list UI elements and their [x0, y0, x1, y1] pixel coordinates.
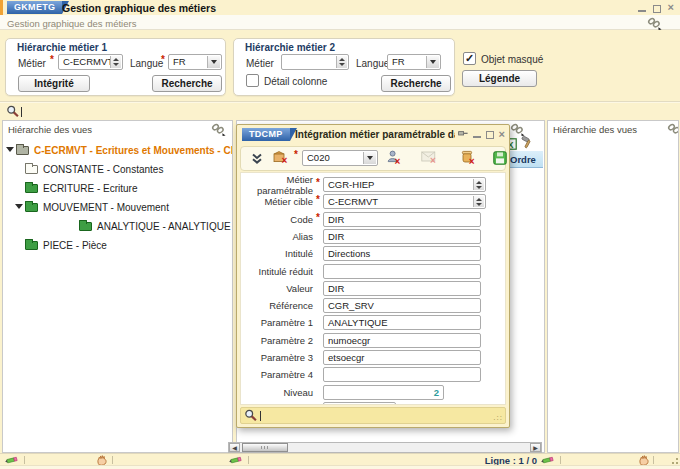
- purge-icon[interactable]: ×: [461, 150, 476, 167]
- recherche2-button[interactable]: Recherche: [381, 75, 451, 92]
- user-delete-icon[interactable]: ×: [387, 150, 402, 167]
- resize-grip[interactable]: .::: [493, 413, 503, 422]
- collapse-all-icon[interactable]: [251, 153, 263, 167]
- window-resize-grip[interactable]: [669, 455, 678, 464]
- separator: [24, 456, 25, 464]
- window-code-tab[interactable]: GKMETG: [7, 1, 62, 14]
- field-input-param-tre-1[interactable]: ANALYTIQUE: [323, 315, 481, 330]
- middle-search-strip[interactable]: [236, 104, 545, 120]
- field-input-m-tier-param-trable[interactable]: CGR-HIEP: [323, 177, 486, 192]
- minimize-icon[interactable]: [473, 136, 481, 138]
- svg-text:×: ×: [395, 156, 401, 165]
- metier1-combo[interactable]: C-ECRMVT: [58, 54, 123, 70]
- ordre-column-header[interactable]: Ordre: [510, 154, 536, 165]
- metier2-combo[interactable]: [281, 54, 349, 70]
- field-input-param-tre-2[interactable]: numoecgr: [323, 333, 481, 348]
- horizontal-scrollbar[interactable]: ◀ ▶: [228, 442, 542, 453]
- spinner-icon[interactable]: [473, 179, 484, 190]
- field-label: Paramètre 1: [241, 317, 313, 328]
- save-icon[interactable]: [493, 151, 507, 167]
- right-panel: Hiérarchie des vues: [547, 104, 679, 453]
- separator: [653, 456, 654, 464]
- search-icon[interactable]: [6, 105, 19, 118]
- link-icon[interactable]: [667, 123, 679, 136]
- view-tree: C-ECRMVT - Ecritures et Mouvements - Cli…: [3, 141, 232, 452]
- search-icon[interactable]: [244, 409, 257, 422]
- form-row: Produit: [241, 401, 505, 405]
- close-icon[interactable]: ×: [499, 129, 505, 140]
- spinner-icon[interactable]: [110, 56, 121, 68]
- spinner-icon[interactable]: [383, 404, 394, 405]
- field-input-r-f-rence[interactable]: CGR_SRV: [323, 298, 481, 313]
- metier1-label: Métier: [18, 58, 46, 69]
- tree-item[interactable]: C-ECRMVT - Ecritures et Mouvements - Cli…: [3, 141, 232, 160]
- field-input-niveau[interactable]: 2: [323, 385, 444, 400]
- field-input-param-tre-4[interactable]: [323, 367, 481, 382]
- field-input-intitul-r-duit[interactable]: [323, 264, 481, 279]
- svg-text:×: ×: [281, 155, 287, 165]
- expand-arrow-icon[interactable]: [6, 147, 14, 152]
- field-input-m-tier-cible[interactable]: C-ECRMVT: [323, 194, 486, 209]
- detail-colonne-checkbox[interactable]: [246, 74, 259, 87]
- link-icon[interactable]: [647, 17, 662, 30]
- link-menu[interactable]: [647, 17, 662, 32]
- spinner-icon[interactable]: [336, 56, 347, 68]
- tree-item[interactable]: ECRITURE - Ecriture: [3, 179, 232, 198]
- integrite-button[interactable]: Intégrité: [18, 75, 90, 92]
- langue2-select[interactable]: FR: [387, 54, 441, 70]
- minimize-icon[interactable]: [638, 10, 646, 12]
- tree-item[interactable]: ANALYTIQUE - ANALYTIQUE: [3, 217, 232, 236]
- scroll-left-icon[interactable]: ◀: [229, 443, 240, 452]
- required-asterisk: *: [313, 177, 323, 188]
- left-search-strip[interactable]: [2, 104, 233, 120]
- text-cursor: [21, 107, 22, 117]
- recherche1-button[interactable]: Recherche: [152, 75, 222, 92]
- link-icon[interactable]: [211, 123, 226, 136]
- form-row: Niveau2: [241, 384, 505, 401]
- form-row: RéférenceCGR_SRV: [241, 297, 505, 314]
- link-icon[interactable]: [510, 123, 525, 136]
- breadcrumb: Gestion graphique des métiers: [7, 18, 136, 29]
- langue1-select[interactable]: FR: [168, 54, 222, 70]
- form-row: Métier paramétrable*CGR-HIEP: [241, 176, 505, 193]
- form-row: Paramètre 4: [241, 366, 505, 383]
- dialog-title-bar[interactable]: TDCMP Intégration métier paramétrable da…: [237, 125, 509, 145]
- chevron-down-icon[interactable]: [426, 56, 439, 68]
- tree-item[interactable]: MOUVEMENT - Mouvement: [3, 198, 232, 217]
- legende-button[interactable]: Légende: [462, 70, 537, 87]
- dialog-code-tab[interactable]: TDCMP: [242, 128, 290, 141]
- form-row: Métier cible*C-ECRMVT: [241, 193, 505, 210]
- field-input-param-tre-3[interactable]: etsoecgr: [323, 350, 481, 365]
- field-input-code[interactable]: DIR: [323, 212, 481, 227]
- tree-item[interactable]: CONSTANTE - Constantes: [3, 160, 232, 179]
- field-input-alias[interactable]: DIR: [323, 229, 481, 244]
- spinner-icon[interactable]: [473, 196, 484, 207]
- right-search-strip[interactable]: [547, 104, 679, 120]
- left-panel: Hiérarchie des vues C-ECRMVT - Ecritures…: [2, 104, 233, 453]
- field-input-valeur[interactable]: DIR: [323, 281, 481, 296]
- field-input-intitul-[interactable]: Directions: [323, 246, 481, 261]
- window-bottom-edge: [0, 465, 680, 469]
- close-icon[interactable]: ×: [668, 2, 674, 13]
- expand-arrow-icon[interactable]: [15, 204, 23, 209]
- pin-icon[interactable]: [458, 129, 468, 140]
- field-label: Métier paramétrable: [241, 174, 313, 196]
- field-label: Produit: [241, 404, 313, 405]
- chevron-down-icon[interactable]: [363, 152, 376, 164]
- scroll-right-icon[interactable]: ▶: [530, 443, 541, 452]
- field-input-produit[interactable]: [323, 402, 396, 405]
- edit-pencil-icon: [4, 454, 18, 465]
- chevron-down-icon[interactable]: [207, 56, 220, 68]
- objet-masque-checkbox[interactable]: ✓: [463, 52, 476, 65]
- tools-icon[interactable]: [521, 136, 534, 152]
- maximize-icon[interactable]: [486, 131, 494, 139]
- tree-item[interactable]: PIECE - Pièce: [3, 236, 232, 255]
- record-combo[interactable]: C020: [302, 150, 378, 166]
- tdcmp-dialog: TDCMP Intégration métier paramétrable da…: [236, 124, 510, 428]
- dialog-status-strip[interactable]: .::: [240, 407, 506, 424]
- window-code: GKMETG: [14, 2, 55, 12]
- app-window: GKMETG Gestion graphique des métiers × G…: [0, 0, 680, 469]
- scrollbar-thumb[interactable]: [242, 443, 288, 452]
- cancel-record-icon[interactable]: ×: [273, 150, 289, 167]
- maximize-icon[interactable]: [653, 5, 661, 13]
